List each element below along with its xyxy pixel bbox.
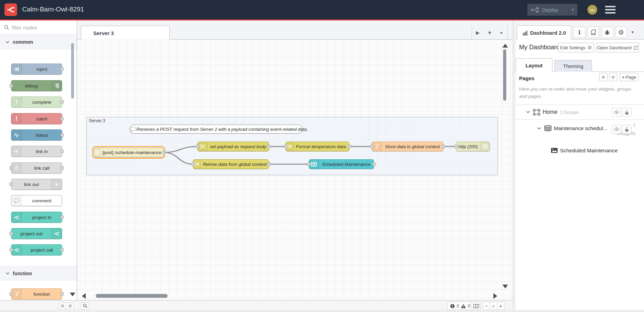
tab-debug[interactable] xyxy=(601,27,613,38)
flow-node-format-temperature[interactable]: Format temperature data. xyxy=(286,142,349,151)
zoom-out-button[interactable]: − xyxy=(483,302,490,310)
tree-row-group-maintenance[interactable]: Maintenance schedul... 1 Widgets xyxy=(516,121,644,138)
collapse-all-pages-button[interactable] xyxy=(599,73,608,81)
add-flow-button[interactable]: + xyxy=(484,29,495,36)
plus-icon: + xyxy=(622,75,625,80)
chevron-down-icon xyxy=(537,127,541,129)
canvas-vscrollbar-thumb[interactable] xyxy=(503,49,506,101)
tab-dashboard-2[interactable]: Dashboard 2.0 xyxy=(517,25,571,40)
tab-info[interactable]: i xyxy=(574,27,585,38)
node-red-logo-icon xyxy=(5,3,17,16)
flow-node-store-global[interactable]: f Store data to global context xyxy=(372,142,443,151)
node-input-port[interactable] xyxy=(284,145,287,148)
unlock-icon xyxy=(625,127,629,132)
palette-node-status[interactable]: status xyxy=(11,129,62,141)
flow-canvas[interactable]: Server 3 Receives a POST request from Se… xyxy=(77,40,513,300)
node-output-port[interactable] xyxy=(372,162,376,166)
node-input-port[interactable] xyxy=(307,162,311,166)
palette-node-function[interactable]: f function xyxy=(11,288,62,300)
sidebar-menu-button[interactable]: ▾ xyxy=(632,29,634,35)
canvas-scroll-left-arrow[interactable] xyxy=(82,293,86,299)
palette-node-project-call[interactable]: project call xyxy=(11,244,62,255)
flow-node-retrieve-global[interactable]: Retrive data from global context xyxy=(193,159,269,169)
deploy-options-caret[interactable]: ▾ xyxy=(568,4,577,16)
lock-toggle-button[interactable] xyxy=(622,108,632,117)
node-output-port[interactable] xyxy=(348,145,351,148)
palette-node-comment[interactable]: comment xyxy=(11,195,62,206)
canvas-scroll-up-arrow[interactable] xyxy=(502,44,508,48)
link-call-icon xyxy=(11,163,22,173)
user-avatar[interactable]: su xyxy=(587,5,597,15)
canvas-scroll-down-arrow[interactable] xyxy=(502,285,508,288)
palette-node-catch[interactable]: ! catch xyxy=(11,113,62,124)
palette-node-link-in[interactable]: link in xyxy=(11,146,62,157)
flow-node-set-payload[interactable]: set payload as request body xyxy=(197,142,269,151)
deploy-button[interactable]: Deploy ▾ xyxy=(527,4,577,16)
workspace-tabbar: Server 3 ▶ + ▾ xyxy=(77,20,513,40)
palette-collapse-all-button[interactable] xyxy=(59,303,66,309)
sidebar-splitter[interactable] xyxy=(513,20,516,310)
node-red-logo-icon xyxy=(51,228,62,239)
flow-node-comment[interactable]: Receives a POST request from Server 2 wi… xyxy=(129,125,303,134)
expand-all-pages-button[interactable] xyxy=(609,73,617,81)
node-port xyxy=(60,100,64,104)
edit-settings-button[interactable]: Edit Settings ⚙ xyxy=(558,43,594,52)
palette-node-link-call[interactable]: link call xyxy=(11,162,62,174)
add-page-button[interactable]: + Page xyxy=(620,73,638,81)
palette-scroll-down-arrow[interactable] xyxy=(70,293,75,296)
node-port xyxy=(60,292,64,296)
palette-expand-all-button[interactable] xyxy=(66,303,74,309)
node-output-port[interactable] xyxy=(162,151,166,154)
lock-toggle-button[interactable] xyxy=(622,125,632,134)
notification-counts[interactable]: 0 0 xyxy=(447,302,473,310)
visibility-toggle-button[interactable] xyxy=(612,125,621,134)
group-label: Server 3 xyxy=(89,118,105,123)
group-name: Maintenance schedul... xyxy=(554,125,607,131)
tab-scroll-right-button[interactable]: ▶ xyxy=(472,30,484,35)
palette-node-link-out[interactable]: link out xyxy=(11,179,62,190)
tab-help[interactable] xyxy=(587,27,599,38)
palette-filter-input[interactable] xyxy=(12,25,67,31)
palette-node-debug[interactable]: debug xyxy=(11,80,62,91)
node-output-port[interactable] xyxy=(442,145,445,148)
visibility-toggle-button[interactable] xyxy=(612,108,621,117)
node-output-port[interactable] xyxy=(267,162,271,166)
node-input-port[interactable] xyxy=(454,145,458,148)
canvas-scroll-right-arrow[interactable] xyxy=(493,293,497,299)
layout-theming-tabs: Layout Theming xyxy=(516,58,644,72)
tab-config-nodes[interactable]: ⚙ xyxy=(615,27,627,38)
window-bottom-strip xyxy=(0,310,644,312)
palette-category-function[interactable]: function xyxy=(0,266,77,280)
node-output-port[interactable] xyxy=(267,145,271,148)
zoom-in-button[interactable]: + xyxy=(497,302,505,310)
flow-node-ui-table[interactable]: Scheduled Maintenance xyxy=(309,159,374,169)
node-input-port[interactable] xyxy=(370,145,373,148)
node-input-port[interactable] xyxy=(196,145,199,148)
palette-scrollbar-thumb[interactable] xyxy=(71,43,74,99)
palette-node-complete[interactable]: ! complete xyxy=(11,96,62,108)
tab-layout[interactable]: Layout xyxy=(516,58,552,72)
tree-row-page-home[interactable]: Home 1 Groups xyxy=(516,104,644,120)
tree-row-widget-scheduled-maintenance[interactable]: Scheduled Maintenance xyxy=(516,145,644,156)
flow-list-button[interactable]: ▾ xyxy=(495,30,507,35)
node-input-port[interactable] xyxy=(191,162,195,166)
flow-node-http-response[interactable]: http (200) xyxy=(456,142,490,151)
palette-node-project-in[interactable]: project in xyxy=(11,212,62,223)
page-title: Calm-Barn-Owl-8291 xyxy=(22,6,84,13)
navigator-toggle-button[interactable] xyxy=(472,302,481,310)
open-dashboard-button[interactable]: Open Dashboard xyxy=(596,43,639,52)
pulse-icon xyxy=(11,130,22,140)
node-port xyxy=(9,166,13,170)
main-menu-button[interactable] xyxy=(605,6,616,14)
flow-tab-server-3[interactable]: Server 3 xyxy=(81,26,170,40)
external-link-icon xyxy=(634,45,638,50)
palette-node-inject[interactable]: inject xyxy=(11,64,62,75)
tab-theming[interactable]: Theming xyxy=(554,60,592,72)
canvas-hscrollbar-thumb[interactable] xyxy=(96,294,168,298)
palette-category-common[interactable]: common xyxy=(0,35,77,49)
search-flows-button[interactable] xyxy=(81,302,89,310)
flow-node-http-in[interactable]: [post] /schedule-maintenance xyxy=(94,147,164,157)
deploy-icon xyxy=(531,7,539,13)
palette-node-project-out[interactable]: project out xyxy=(11,228,62,239)
zoom-reset-button[interactable]: ○ xyxy=(490,302,497,310)
